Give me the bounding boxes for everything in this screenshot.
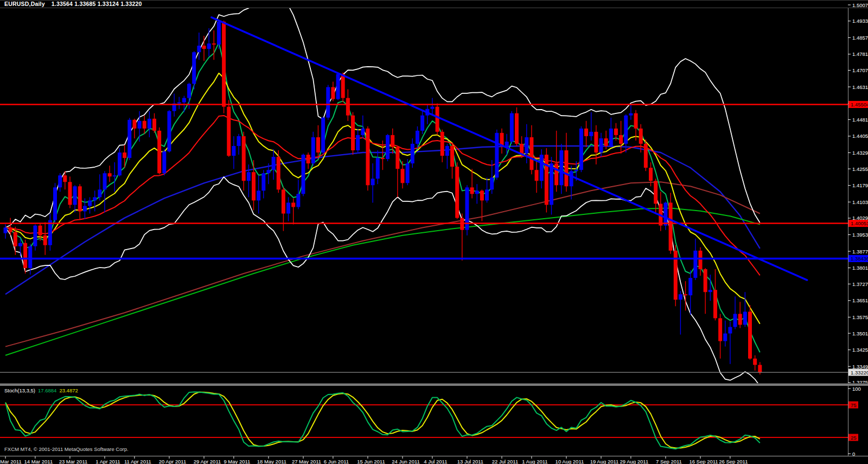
candle-body[interactable]: [450, 146, 454, 167]
candle-body[interactable]: [758, 365, 762, 372]
candle-body[interactable]: [743, 312, 747, 325]
candle-body[interactable]: [212, 43, 216, 45]
candle-body[interactable]: [277, 157, 280, 189]
candle-body[interactable]: [584, 129, 588, 136]
candle-body[interactable]: [63, 175, 67, 182]
candle-body[interactable]: [550, 163, 553, 205]
candle-body[interactable]: [356, 135, 360, 150]
candle-body[interactable]: [420, 116, 424, 131]
candle-body[interactable]: [227, 107, 231, 156]
candle-body[interactable]: [401, 169, 405, 183]
candle-body[interactable]: [351, 116, 355, 150]
main-chart-panel[interactable]: [0, 1, 848, 386]
candle-body[interactable]: [257, 190, 260, 200]
candle-body[interactable]: [371, 179, 375, 185]
candle-body[interactable]: [202, 46, 206, 49]
ma-red-slow-line[interactable]: [5, 182, 760, 346]
candle-body[interactable]: [302, 155, 305, 194]
candle-body[interactable]: [436, 107, 439, 132]
candle-body[interactable]: [629, 113, 633, 116]
candle-body[interactable]: [515, 113, 519, 144]
candle-body[interactable]: [634, 113, 638, 129]
candle-body[interactable]: [88, 200, 92, 206]
candle-body[interactable]: [316, 137, 320, 152]
candle-body[interactable]: [505, 142, 509, 146]
candlesticks[interactable]: [4, 20, 762, 374]
candle-body[interactable]: [748, 312, 752, 358]
candle-body[interactable]: [411, 144, 414, 163]
candle-body[interactable]: [296, 194, 300, 207]
candle-body[interactable]: [282, 189, 285, 213]
candle-body[interactable]: [23, 243, 27, 268]
candle-body[interactable]: [679, 294, 682, 300]
chart-plot-area[interactable]: 1.500701.493301.485701.478101.470701.463…: [0, 0, 868, 464]
candle-body[interactable]: [4, 227, 8, 233]
candle-body[interactable]: [559, 150, 563, 185]
candle-body[interactable]: [713, 290, 717, 318]
ema-red-line[interactable]: [5, 116, 760, 275]
candle-body[interactable]: [579, 129, 583, 170]
candle-body[interactable]: [693, 251, 697, 278]
candle-body[interactable]: [738, 314, 742, 325]
candle-body[interactable]: [197, 46, 201, 52]
candle-body[interactable]: [445, 146, 449, 156]
candle-body[interactable]: [9, 227, 12, 232]
candle-body[interactable]: [346, 98, 350, 116]
candle-body[interactable]: [14, 232, 17, 246]
candle-body[interactable]: [485, 189, 489, 200]
candle-body[interactable]: [242, 136, 246, 181]
candle-body[interactable]: [381, 158, 385, 159]
candle-body[interactable]: [138, 121, 142, 129]
ma-green-slow-line[interactable]: [5, 208, 760, 355]
candle-body[interactable]: [575, 170, 578, 171]
candle-body[interactable]: [73, 186, 77, 205]
candle-body[interactable]: [127, 120, 131, 158]
candle-body[interactable]: [148, 119, 151, 129]
candle-body[interactable]: [609, 129, 613, 146]
ema-fast-green-line[interactable]: [5, 43, 760, 353]
candle-body[interactable]: [386, 135, 390, 159]
candle-body[interactable]: [753, 359, 757, 365]
candle-body[interactable]: [570, 171, 573, 186]
candle-body[interactable]: [470, 187, 474, 194]
candle-body[interactable]: [152, 119, 156, 131]
candle-body[interactable]: [391, 135, 394, 147]
candle-body[interactable]: [604, 138, 608, 146]
candle-body[interactable]: [187, 84, 191, 98]
candle-body[interactable]: [167, 111, 171, 151]
candle-body[interactable]: [520, 144, 524, 154]
candle-body[interactable]: [58, 175, 62, 187]
candle-body[interactable]: [28, 246, 32, 268]
bollinger-upper-band[interactable]: [5, 1, 760, 227]
candle-body[interactable]: [554, 163, 558, 185]
candle-body[interactable]: [624, 116, 628, 144]
candle-body[interactable]: [723, 334, 727, 341]
candle-body[interactable]: [619, 135, 623, 144]
candle-body[interactable]: [684, 294, 687, 295]
candle-body[interactable]: [495, 133, 499, 177]
candle-body[interactable]: [341, 74, 345, 98]
candle-body[interactable]: [132, 120, 136, 129]
candle-body[interactable]: [113, 175, 117, 176]
candle-body[interactable]: [718, 318, 722, 341]
candle-body[interactable]: [529, 137, 533, 170]
candle-body[interactable]: [311, 137, 315, 163]
candle-body[interactable]: [688, 278, 692, 295]
candle-body[interactable]: [18, 243, 22, 246]
candle-body[interactable]: [639, 129, 643, 144]
candle-body[interactable]: [545, 155, 548, 205]
candle-body[interactable]: [98, 189, 101, 197]
candle-body[interactable]: [118, 152, 122, 175]
candle-body[interactable]: [247, 172, 251, 181]
candle-body[interactable]: [649, 168, 653, 181]
candle-body[interactable]: [307, 155, 310, 163]
candle-body[interactable]: [644, 144, 648, 168]
candle-body[interactable]: [232, 146, 235, 156]
candle-body[interactable]: [376, 158, 380, 179]
candle-body[interactable]: [430, 107, 434, 109]
candle-body[interactable]: [336, 74, 340, 99]
candle-body[interactable]: [733, 314, 737, 327]
candle-body[interactable]: [704, 269, 707, 292]
candle-body[interactable]: [589, 132, 593, 136]
candle-body[interactable]: [416, 131, 419, 144]
